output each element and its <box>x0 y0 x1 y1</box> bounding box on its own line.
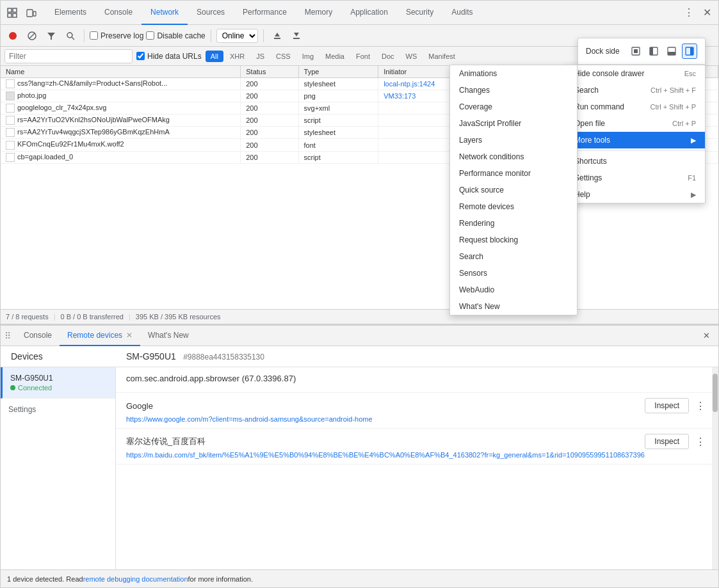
type-manifest-btn[interactable]: Manifest <box>423 51 460 62</box>
col-name[interactable]: Name <box>1 66 241 78</box>
submenu-webaudio[interactable]: WebAudio <box>450 282 577 298</box>
col-status[interactable]: Status <box>241 66 298 78</box>
submenu-coverage[interactable]: Coverage <box>450 99 577 115</box>
inspect-button-0[interactable]: Inspect <box>645 398 689 413</box>
submenu-rendering[interactable]: Rendering <box>450 215 577 232</box>
remote-debugging-link[interactable]: remote debugging documentation <box>83 575 188 583</box>
device-settings[interactable]: Settings <box>1 399 115 420</box>
type-doc-btn[interactable]: Doc <box>376 51 400 62</box>
submenu-search[interactable]: Search <box>450 248 577 265</box>
footer-text: 1 device detected. Read <box>7 575 83 583</box>
type-js-btn[interactable]: JS <box>251 51 270 62</box>
svg-rect-11 <box>274 38 280 39</box>
export-har-button[interactable] <box>288 28 305 44</box>
page-url-google[interactable]: https://www.google.com/m?client=ms-andro… <box>126 415 708 423</box>
page-url-baidu[interactable]: https://m.baidu.com/sf_bk/item/%E5%A1%9E… <box>126 451 708 459</box>
filter-input[interactable] <box>4 49 133 63</box>
submenu-animations[interactable]: Animations <box>450 65 577 82</box>
menu-item-label: Search <box>574 86 599 95</box>
type-ws-btn[interactable]: WS <box>401 51 423 62</box>
hide-data-checkbox[interactable] <box>136 52 145 60</box>
throttling-select[interactable]: Online <box>216 29 258 43</box>
submenu-performance-monitor[interactable]: Performance monitor <box>450 165 577 182</box>
filter-button[interactable] <box>43 28 60 44</box>
inspect-button-1[interactable]: Inspect <box>645 434 689 449</box>
page-title-row-1: 塞尔达传说_百度百科 Inspect ⋮ <box>126 434 708 449</box>
menu-settings[interactable]: Settings F1 <box>565 170 705 186</box>
tab-console[interactable]: Console <box>95 1 141 25</box>
record-button[interactable] <box>4 28 21 44</box>
menu-hide-console-drawer[interactable]: Hide console drawer Esc <box>565 65 705 82</box>
bottom-tab-remote-devices[interactable]: Remote devices ✕ <box>60 326 140 346</box>
tab-security[interactable]: Security <box>397 1 442 25</box>
row-status: 200 <box>241 151 298 163</box>
menu-more-tools[interactable]: More tools ▶ <box>565 132 705 148</box>
dock-bottom-btn[interactable] <box>664 44 679 59</box>
inspect-element-icon[interactable] <box>3 4 21 22</box>
tab-network[interactable]: Network <box>141 1 188 25</box>
top-tabbar: Elements Console Network Sources Perform… <box>1 1 718 25</box>
row-status: 200 <box>241 115 298 127</box>
disable-cache-checkbox-label[interactable]: Disable cache <box>146 31 205 40</box>
search-button[interactable] <box>62 28 79 44</box>
page-title-row: Google Inspect ⋮ <box>126 398 708 413</box>
submenu-quick-source[interactable]: Quick source <box>450 182 577 198</box>
submenu-request-blocking[interactable]: Request blocking <box>450 232 577 248</box>
svg-marker-8 <box>47 33 55 40</box>
device-item-status: Connected <box>10 384 108 392</box>
dock-right-btn[interactable] <box>682 44 697 59</box>
devices-header: Devices SM-G950U1 #9888ea443158335130 <box>1 346 718 367</box>
submenu-changes[interactable]: Changes <box>450 82 577 99</box>
type-img-btn[interactable]: Img <box>297 51 319 62</box>
submenu-layers[interactable]: Layers <box>450 132 577 148</box>
type-all-btn[interactable]: All <box>206 51 223 62</box>
row-status: 200 <box>241 78 298 90</box>
row-type: png <box>298 90 378 102</box>
more-tabs-button[interactable]: ⋮ <box>680 4 698 22</box>
hide-data-checkbox-label[interactable]: Hide data URLs <box>136 52 202 61</box>
import-har-button[interactable] <box>269 28 286 44</box>
bottom-tab-whats-new[interactable]: What's New <box>140 326 197 346</box>
preserve-log-checkbox[interactable] <box>90 31 98 40</box>
more-button-1[interactable]: ⋮ <box>693 434 708 449</box>
more-button-0[interactable]: ⋮ <box>693 398 708 413</box>
scrollbar-thumb[interactable] <box>713 374 718 412</box>
tab-memory[interactable]: Memory <box>296 1 341 25</box>
page-actions-1: Inspect ⋮ <box>645 434 708 449</box>
disable-cache-checkbox[interactable] <box>146 31 154 40</box>
submenu-sensors[interactable]: Sensors <box>450 265 577 282</box>
menu-search[interactable]: Search Ctrl + Shift + F <box>565 82 705 99</box>
device-sidebar-item[interactable]: SM-G950U1 Connected <box>1 367 115 399</box>
tab-audits[interactable]: Audits <box>442 1 481 25</box>
menu-help[interactable]: Help ▶ <box>565 186 705 203</box>
type-css-btn[interactable]: CSS <box>271 51 296 62</box>
tab-close-icon[interactable]: ✕ <box>126 331 133 340</box>
submenu-network-conditions[interactable]: Network conditions <box>450 148 577 165</box>
submenu-remote-devices[interactable]: Remote devices <box>450 198 577 215</box>
device-toolbar-icon[interactable] <box>22 4 40 22</box>
bottom-tab-console[interactable]: Console <box>16 326 60 346</box>
tab-application[interactable]: Application <box>341 1 397 25</box>
submenu-whats-new[interactable]: What's New <box>450 298 577 315</box>
type-font-btn[interactable]: Font <box>351 51 375 62</box>
main-context-menu: Hide console drawer Esc Search Ctrl + Sh… <box>565 65 706 203</box>
type-media-btn[interactable]: Media <box>320 51 350 62</box>
close-drawer-button[interactable]: ✕ <box>698 328 715 344</box>
close-devtools-button[interactable]: ✕ <box>698 4 716 22</box>
dock-undock-btn[interactable] <box>628 44 643 59</box>
tab-sources[interactable]: Sources <box>188 1 234 25</box>
dock-left-btn[interactable] <box>646 44 661 59</box>
menu-open-file[interactable]: Open file Ctrl + P <box>565 115 705 132</box>
type-xhr-btn[interactable]: XHR <box>225 51 250 62</box>
row-type: font <box>298 139 378 151</box>
svg-rect-5 <box>33 12 36 16</box>
tab-performance[interactable]: Performance <box>234 1 296 25</box>
submenu-js-profiler[interactable]: JavaScript Profiler <box>450 115 577 132</box>
tab-elements[interactable]: Elements <box>45 1 95 25</box>
clear-button[interactable] <box>24 28 40 44</box>
preserve-log-checkbox-label[interactable]: Preserve log <box>90 31 143 40</box>
menu-run-command[interactable]: Run command Ctrl + Shift + P <box>565 99 705 115</box>
col-type[interactable]: Type <box>298 66 378 78</box>
toolbar-sep-1 <box>84 29 85 42</box>
menu-shortcuts[interactable]: Shortcuts <box>565 153 705 170</box>
